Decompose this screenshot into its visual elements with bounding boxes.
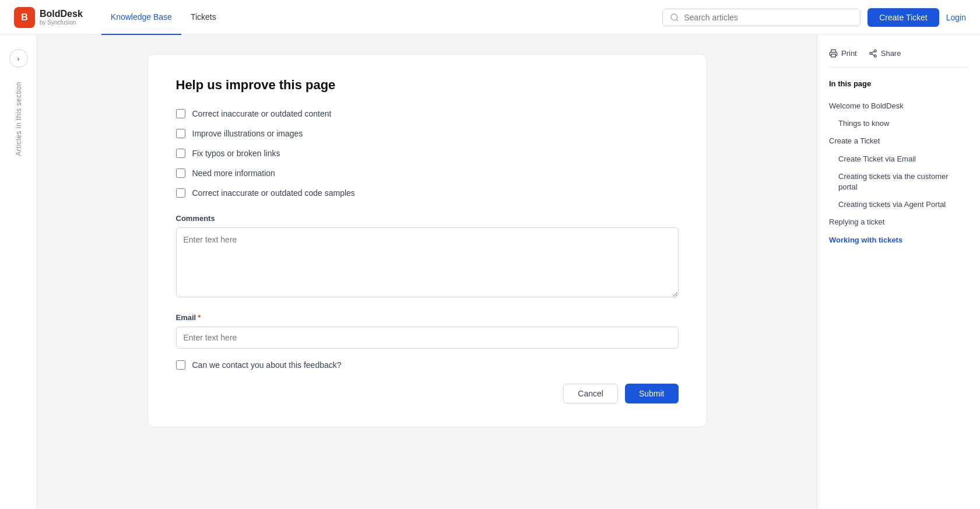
toc-item-replying: Replying a ticket [829,213,968,231]
nav-knowledge-base[interactable]: Knowledge Base [101,0,181,35]
search-input[interactable] [684,13,853,22]
checkbox-item: Fix typos or broken links [176,149,679,158]
form-title: Help us improve this page [176,78,679,93]
chevron-right-icon: › [17,54,19,63]
in-this-page-title: In this page [829,79,968,88]
toc-item-things-to-know: Things to know [829,115,968,132]
search-icon [670,13,679,22]
checkbox-label-improve-illustrations[interactable]: Improve illustrations or images [192,129,303,138]
logo-brand: BoldDesk [40,9,83,19]
form-actions: Cancel Submit [176,384,679,403]
feedback-checkboxes: Correct inaccurate or outdated content I… [176,109,679,198]
checkbox-improve-illustrations[interactable] [176,129,185,138]
sidebar-toggle-button[interactable]: › [9,49,28,68]
logo-text: BoldDesk by Syncfusion [40,9,83,26]
logo-area: B BoldDesk by Syncfusion [14,7,83,28]
checkbox-item: Improve illustrations or images [176,129,679,138]
svg-point-0 [671,14,677,20]
checkbox-label-more-information[interactable]: Need more information [192,169,275,178]
toc-item-create-via-email: Create Ticket via Email [829,150,968,168]
svg-rect-1 [831,54,836,57]
print-action[interactable]: Print [829,49,857,58]
toc-link-replying[interactable]: Replying a ticket [829,217,884,226]
toc-link-agent-portal[interactable]: Creating tickets via Agent Portal [838,200,946,209]
header-right: Create Ticket Login [662,8,966,27]
email-label: Email* [176,313,679,322]
svg-line-6 [872,51,874,52]
checkbox-item: Need more information [176,169,679,178]
sidebar-toggle: › Articles in this section [0,35,37,509]
page-layout: › Articles in this section Help us impro… [0,35,980,509]
checkbox-item: Correct inaccurate or outdated content [176,109,679,118]
email-input[interactable] [176,327,679,349]
submit-button[interactable]: Submit [625,384,679,403]
toc-link-things-to-know[interactable]: Things to know [838,119,889,128]
share-action[interactable]: Share [869,49,901,58]
toc-link-welcome[interactable]: Welcome to BoldDesk [829,101,904,110]
comments-label: Comments [176,214,679,223]
header: B BoldDesk by Syncfusion Knowledge Base … [0,0,980,35]
toc-link-create-via-email[interactable]: Create Ticket via Email [838,155,916,163]
required-indicator: * [198,313,201,322]
svg-point-4 [874,55,876,57]
contact-checkbox-item: Can we contact you about this feedback? [176,360,679,370]
share-icon [869,49,877,58]
svg-point-3 [870,52,872,55]
toc-item-working-with-tickets: Working with tickets [829,231,968,249]
sidebar-action-bar: Print Share [829,49,968,68]
checkbox-more-information[interactable] [176,169,185,178]
comments-field: Comments [176,214,679,313]
svg-point-2 [874,50,876,52]
feedback-form-card: Help us improve this page Correct inaccu… [147,54,707,427]
checkbox-fix-typos[interactable] [176,149,185,158]
print-icon [829,49,838,58]
logo-icon: B [14,7,35,28]
checkbox-contact[interactable] [176,360,185,370]
cancel-button[interactable]: Cancel [563,384,618,403]
toc-item-agent-portal: Creating tickets via Agent Portal [829,196,968,213]
toc-item-customer-portal: Creating tickets via the customer portal [829,168,968,196]
svg-line-5 [872,54,874,55]
nav-tickets[interactable]: Tickets [181,0,226,35]
login-button[interactable]: Login [946,13,966,22]
share-label: Share [881,49,901,58]
print-label: Print [841,49,857,58]
toc-item-create-ticket: Create a Ticket [829,132,968,150]
checkbox-label-inaccurate-content[interactable]: Correct inaccurate or outdated content [192,109,332,118]
toc-link-customer-portal[interactable]: Creating tickets via the customer portal [838,172,949,191]
search-box [662,9,860,26]
checkbox-item: Correct inaccurate or outdated code samp… [176,188,679,198]
toc-link-create-ticket[interactable]: Create a Ticket [829,136,880,145]
checkbox-code-samples[interactable] [176,188,185,198]
logo-sub: by Syncfusion [40,19,83,26]
checkbox-label-fix-typos[interactable]: Fix typos or broken links [192,149,280,158]
main-content: Help us improve this page Correct inaccu… [37,35,817,509]
create-ticket-button[interactable]: Create Ticket [867,8,939,27]
checkbox-inaccurate-content[interactable] [176,109,185,118]
toc-item-welcome: Welcome to BoldDesk [829,97,968,115]
toc-link-working-with-tickets[interactable]: Working with tickets [829,236,902,244]
nav-links: Knowledge Base Tickets [101,0,226,35]
right-sidebar: Print Share In this page Welcome to Bold… [817,35,980,509]
comments-textarea[interactable] [176,227,679,297]
toc-list: Welcome to BoldDesk Things to know Creat… [829,97,968,249]
checkbox-label-contact[interactable]: Can we contact you about this feedback? [192,360,342,370]
checkbox-label-code-samples[interactable]: Correct inaccurate or outdated code samp… [192,188,355,198]
email-field-container: Email* [176,313,679,360]
sidebar-label: Articles in this section [15,82,23,156]
